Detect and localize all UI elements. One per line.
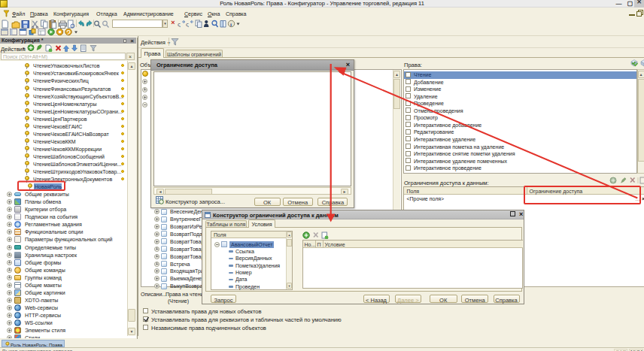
svg-text:ς: ς [178,21,181,28]
svg-text:i: i [230,22,232,28]
svg-text:ς: ς [186,21,189,28]
